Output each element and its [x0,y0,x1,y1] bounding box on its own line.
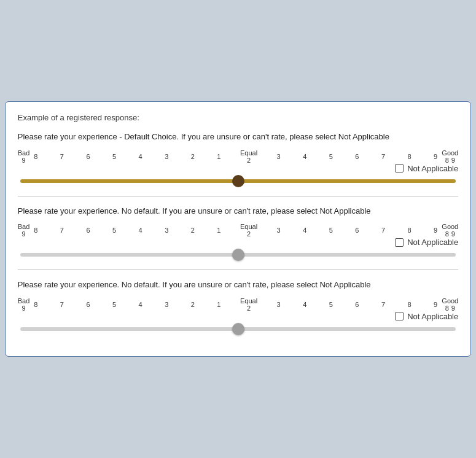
not-applicable-label-3: Not Applicable [407,312,458,321]
main-card: Example of a registered response: Please… [5,101,472,357]
good-label-3: Good 89 [442,297,458,312]
scale-numbers-2: 8 7 6 5 4 3 2 1 Equal 2 3 4 5 6 7 8 9 [29,223,442,238]
scale-header-3: Bad 9 8 7 6 5 4 3 2 1 Equal 2 3 4 5 6 [18,297,459,312]
not-applicable-checkbox-2[interactable] [395,238,404,247]
slider-1[interactable] [20,179,456,183]
slider-2[interactable] [20,253,456,257]
scale-numbers-1: 8 7 6 5 4 3 2 1 Equal 2 3 4 5 6 7 8 9 [29,149,442,164]
scale-header-2: Bad 9 8 7 6 5 4 3 2 1 Equal 2 3 4 5 6 [18,223,459,238]
not-applicable-label-1: Not Applicable [407,164,458,173]
scale-header-1: Bad 9 8 7 6 5 4 3 2 1 Equal 2 3 4 5 6 [18,149,459,164]
rating-section-2: Please rate your experience. No default.… [18,205,459,259]
not-applicable-checkbox-1[interactable] [395,164,404,173]
question-text-2: Please rate your experience. No default.… [18,205,459,217]
example-label: Example of a registered response: [18,113,459,122]
not-applicable-label-2: Not Applicable [407,238,458,247]
question-text-1: Please rate your experience - Default Ch… [18,131,459,143]
not-applicable-row-2: Not Applicable [18,238,459,247]
slider-container-3 [18,324,459,333]
good-label-2: Good 89 [442,223,458,238]
bad-label-2: Bad 9 [18,223,30,238]
divider-1 [18,196,459,196]
rating-section-1: Please rate your experience - Default Ch… [18,131,459,185]
bad-label-3: Bad 9 [18,297,30,312]
slider-3[interactable] [20,327,456,331]
bad-label-1: Bad 9 [18,149,30,164]
not-applicable-checkbox-3[interactable] [395,312,404,320]
not-applicable-row-1: Not Applicable [18,164,459,173]
good-label-1: Good 89 [442,149,458,164]
scale-numbers-3: 8 7 6 5 4 3 2 1 Equal 2 3 4 5 6 7 8 9 [29,297,442,312]
slider-container-1 [18,176,459,185]
rating-section-3: Please rate your experience. No default.… [18,279,459,333]
divider-2 [18,270,459,270]
slider-container-2 [18,249,459,258]
question-text-3: Please rate your experience. No default.… [18,279,459,291]
not-applicable-row-3: Not Applicable [18,312,459,321]
